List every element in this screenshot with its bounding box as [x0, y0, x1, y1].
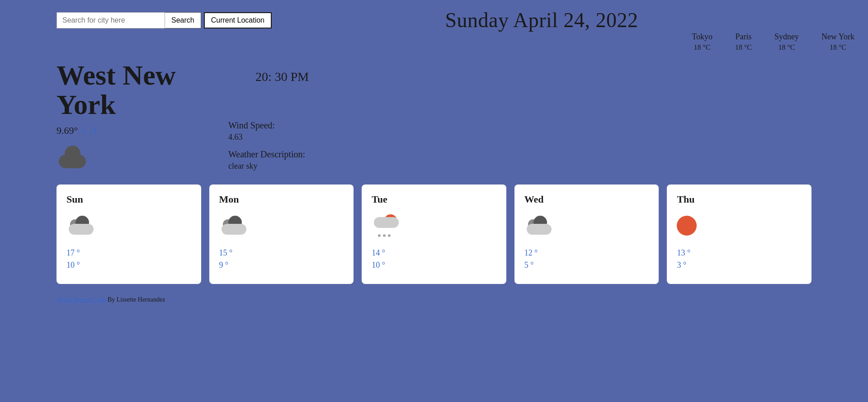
time-display: 20: 30 PM — [255, 70, 309, 84]
city-sydney: Sydney 18 °C — [774, 32, 799, 52]
forecast-section: Sun 17 ° 10 ° Mon 15 ° 9 ° Tue — [0, 184, 868, 284]
forecast-high-0: 17 ° — [66, 248, 191, 258]
current-weather-icon — [57, 146, 88, 168]
rain-dot-3 — [388, 234, 391, 237]
current-location-button[interactable]: Current Location — [204, 12, 272, 28]
rain-dots — [378, 234, 391, 237]
cloud-body — [222, 224, 246, 235]
city-paris-temp: 18 °C — [735, 43, 752, 52]
main-content: West New York 9.69° C | F 20: 30 PM Wind… — [0, 56, 868, 171]
forecast-high-2: 14 ° — [372, 248, 496, 258]
weather-icon-area — [57, 146, 201, 168]
top-bar: Search Current Location Sunday April 24,… — [0, 0, 868, 32]
forecast-icon-2 — [372, 212, 496, 239]
cloud-body — [69, 224, 94, 235]
forecast-high-4: 13 ° — [677, 248, 802, 258]
city-newyork-name: New York — [821, 32, 854, 42]
cloud-icon-sun — [66, 217, 96, 235]
cloud-body — [527, 224, 552, 235]
wind-label: Wind Speed: — [228, 120, 309, 131]
forecast-card-tue: Tue 14 ° 10 ° — [362, 184, 506, 284]
city-sydney-name: Sydney — [774, 32, 799, 42]
forecast-card-wed: Wed 12 ° 5 ° — [514, 184, 659, 284]
city-tokyo: Tokyo 18 °C — [692, 32, 712, 52]
forecast-icon-1 — [219, 212, 344, 239]
forecast-card-sun: Sun 17 ° 10 ° — [57, 184, 201, 284]
forecast-low-3: 5 ° — [524, 260, 649, 270]
rain-cloud-icon — [372, 214, 401, 237]
header-date: Sunday April 24, 2022 — [272, 8, 811, 32]
forecast-high-3: 12 ° — [524, 248, 649, 258]
unit-toggle[interactable]: C | F — [82, 126, 98, 136]
forecast-icon-4 — [677, 212, 802, 239]
forecast-day-0: Sun — [66, 194, 191, 205]
rain-cloud-body — [374, 217, 399, 228]
forecast-low-0: 10 ° — [66, 260, 191, 270]
current-temp: 9.69° — [57, 125, 78, 137]
city-newyork-temp: 18 °C — [821, 43, 854, 52]
world-cities-row: Tokyo 18 °C Paris 18 °C Sydney 18 °C New… — [0, 32, 868, 52]
temp-row: 9.69° C | F — [57, 125, 201, 137]
forecast-high-1: 15 ° — [219, 248, 344, 258]
forecast-card-thu: Thu 13 ° 3 ° — [667, 184, 811, 284]
city-paris-name: Paris — [735, 32, 752, 42]
weather-desc-label: Weather Description: — [228, 149, 309, 160]
footer-link[interactable]: Avion Source Code — [57, 296, 106, 303]
sun-icon — [677, 216, 697, 236]
forecast-icon-0 — [66, 212, 191, 239]
forecast-day-1: Mon — [219, 194, 344, 205]
city-newyork: New York 18 °C — [821, 32, 854, 52]
city-tokyo-name: Tokyo — [692, 32, 712, 42]
city-tokyo-temp: 18 °C — [692, 43, 712, 52]
rain-dot-1 — [378, 234, 381, 237]
weather-desc-value: clear sky — [228, 161, 309, 171]
forecast-low-2: 10 ° — [372, 260, 496, 270]
cloud-body — [59, 155, 86, 168]
forecast-day-2: Tue — [372, 194, 496, 205]
footer-credit: By Lissette Hernandez — [106, 296, 165, 303]
left-weather-panel: West New York 9.69° C | F — [57, 56, 201, 168]
center-panel: 20: 30 PM Wind Speed: 4.63 Weather Descr… — [201, 56, 309, 171]
forecast-day-3: Wed — [524, 194, 649, 205]
city-sydney-temp: 18 °C — [774, 43, 799, 52]
search-input[interactable] — [57, 12, 165, 28]
forecast-low-4: 3 ° — [677, 260, 802, 270]
forecast-low-1: 9 ° — [219, 260, 344, 270]
city-title: West New York — [57, 61, 201, 119]
city-paris: Paris 18 °C — [735, 32, 752, 52]
forecast-card-mon: Mon 15 ° 9 ° — [209, 184, 354, 284]
footer: Avion Source Code By Lissette Hernandez — [0, 291, 868, 308]
rain-dot-2 — [383, 234, 386, 237]
cloud-icon-mon — [219, 217, 249, 235]
wind-value: 4.63 — [228, 132, 309, 142]
forecast-icon-3 — [524, 212, 649, 239]
wind-desc: Wind Speed: 4.63 Weather Description: cl… — [228, 120, 309, 171]
search-button[interactable]: Search — [165, 12, 201, 28]
forecast-day-4: Thu — [677, 194, 802, 205]
cloud-icon-wed — [524, 217, 554, 235]
